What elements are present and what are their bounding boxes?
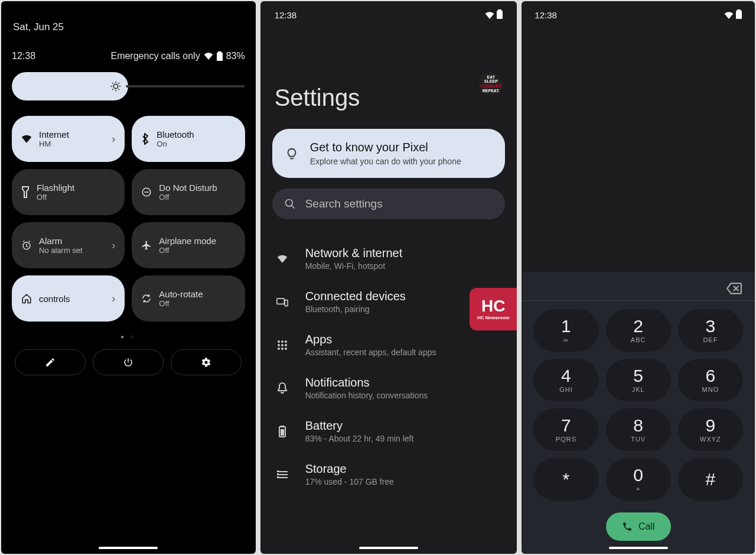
tile-title: Auto-rotate	[159, 289, 235, 299]
key-letters: TUV	[631, 436, 646, 443]
page-indicator: ● ○	[12, 333, 245, 340]
row-sub: Notification history, conversations	[305, 391, 428, 400]
tile-flashlight[interactable]: FlashlightOff	[12, 169, 125, 215]
bluetooth-icon	[141, 133, 149, 145]
battery-percent: 83%	[226, 51, 245, 61]
key-digit: 8	[633, 417, 643, 434]
quick-settings-panel: Sat, Jun 25 12:38 Emergency calls only 8…	[1, 1, 256, 554]
dialkey-2[interactable]: 2ABC	[606, 309, 671, 352]
edit-button[interactable]	[15, 349, 86, 375]
tile-alarm[interactable]: AlarmNo alarm set›	[12, 222, 125, 268]
settings-app: 12:38 EAT SLEEP CONQUER REPEAT. Settings…	[260, 1, 517, 554]
svg-point-27	[281, 348, 284, 350]
dialkey-6[interactable]: 6MNO	[678, 359, 743, 401]
profile-avatar[interactable]: EAT SLEEP CONQUER REPEAT.	[479, 72, 503, 96]
svg-point-20	[278, 340, 280, 343]
row-title: Connected devices	[305, 290, 406, 303]
row-title: Storage	[305, 462, 394, 476]
svg-rect-1	[217, 53, 223, 61]
dialkey-7[interactable]: 7PQRS	[533, 408, 598, 451]
gesture-handle[interactable]	[99, 547, 158, 549]
dnd-icon	[141, 187, 152, 197]
svg-rect-31	[281, 429, 284, 436]
key-digit: 6	[706, 367, 716, 385]
dialkey-3[interactable]: 3DEF	[678, 309, 743, 352]
lightbulb-icon	[285, 147, 298, 160]
wifi-icon	[485, 12, 494, 19]
key-digit: 2	[633, 317, 643, 335]
svg-point-28	[285, 348, 287, 350]
dialkey-#[interactable]: #	[678, 458, 743, 501]
clock: 12:38	[12, 51, 35, 61]
key-letters: JKL	[632, 386, 645, 393]
key-letters: WXYZ	[700, 436, 721, 443]
settings-row-battery[interactable]: Battery83% - About 22 hr, 49 min left	[272, 410, 506, 453]
power-button[interactable]	[93, 349, 164, 375]
hc-watermark: HC HC Newsroom	[470, 288, 517, 330]
dialkey-4[interactable]: 4GHI	[533, 359, 598, 401]
svg-line-7	[112, 83, 113, 84]
battery-icon	[276, 426, 289, 437]
call-button[interactable]: Call	[606, 512, 671, 541]
battery-icon	[497, 9, 503, 19]
key-digit: 3	[706, 317, 716, 335]
tile-bluetooth[interactable]: BluetoothOn	[132, 116, 245, 162]
settings-row-storage[interactable]: Storage17% used - 107 GB free	[272, 453, 506, 496]
backspace-icon[interactable]	[726, 283, 742, 294]
wifi-icon	[204, 53, 213, 60]
apps-icon	[276, 340, 289, 350]
key-digit: 9	[706, 417, 716, 434]
tile-internet[interactable]: InternetHM›	[12, 116, 125, 162]
svg-line-17	[291, 206, 294, 209]
svg-rect-14	[498, 9, 501, 11]
dialkey-1[interactable]: 1∞	[533, 309, 598, 352]
key-digit: 4	[561, 367, 571, 385]
gesture-handle[interactable]	[359, 547, 418, 549]
key-letters: GHI	[559, 386, 573, 393]
svg-rect-37	[277, 476, 279, 478]
devices-icon	[276, 297, 289, 307]
status-line: 12:38 Emergency calls only 83%	[12, 51, 245, 61]
tile-airplane[interactable]: Airplane modeOff	[132, 222, 245, 268]
power-icon	[123, 357, 133, 368]
wifi-icon	[276, 255, 289, 263]
settings-row-apps[interactable]: AppsAssistant, recent apps, default apps	[272, 323, 506, 366]
dialkey-0[interactable]: 0+	[606, 458, 671, 501]
pixel-card-sub: Explore what you can do with your phone	[310, 157, 461, 166]
tile-autorotate[interactable]: Auto-rotateOff	[132, 275, 245, 322]
dialkey-9[interactable]: 9WXYZ	[678, 408, 743, 451]
brightness-slider[interactable]	[12, 72, 245, 100]
chevron-right-icon: ›	[112, 239, 115, 252]
row-sub: Assistant, recent apps, default apps	[305, 348, 436, 357]
key-letters: +	[636, 485, 640, 492]
tile-title: Alarm	[39, 236, 105, 246]
tile-dnd[interactable]: Do Not DisturbOff	[132, 169, 245, 215]
gesture-handle[interactable]	[609, 547, 668, 549]
row-sub: 83% - About 22 hr, 49 min left	[305, 434, 414, 443]
pixel-tips-card[interactable]: Get to know your Pixel Explore what you …	[272, 129, 506, 178]
settings-row-notifications[interactable]: NotificationsNotification history, conve…	[272, 366, 506, 410]
dialkey-5[interactable]: 5JKL	[606, 359, 671, 401]
tile-controls[interactable]: controls›	[12, 275, 125, 322]
row-title: Notifications	[305, 376, 428, 390]
key-digit: #	[706, 470, 716, 488]
search-settings[interactable]: Search settings	[272, 189, 506, 219]
row-sub: Bluetooth, pairing	[305, 304, 406, 314]
svg-point-24	[281, 344, 284, 346]
settings-button[interactable]	[171, 349, 242, 375]
battery-icon	[217, 51, 223, 61]
settings-row-network[interactable]: Network & internetMobile, Wi-Fi, hotspot	[272, 237, 506, 280]
key-letters: ∞	[563, 336, 569, 343]
storage-icon	[276, 470, 289, 479]
dialer-app: 12:38 1∞2ABC3DEF4GHI5JKL6MNO7PQRS8TUV9WX…	[522, 1, 755, 554]
bell-icon	[276, 382, 289, 394]
key-digit: 7	[561, 417, 571, 434]
tile-sub: HM	[39, 139, 105, 148]
dialkey-8[interactable]: 8TUV	[606, 408, 671, 451]
tile-title: Airplane mode	[159, 236, 235, 246]
tile-title: Do Not Disturb	[159, 183, 235, 193]
dialkey-*[interactable]: *	[533, 458, 598, 501]
status-icons	[724, 9, 742, 21]
wifi-icon	[724, 12, 734, 19]
call-label: Call	[638, 521, 655, 532]
